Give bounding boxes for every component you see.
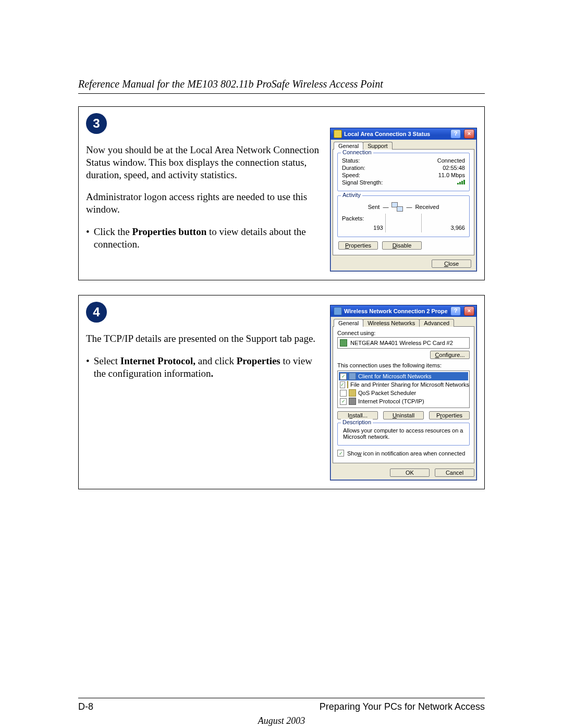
lan-status-titlebar[interactable]: Local Area Connection 3 Status ? × xyxy=(331,128,476,140)
step-3-bullet-pre: Click the xyxy=(94,226,132,237)
window-icon xyxy=(334,307,342,315)
step-4-para-1: The TCP/IP details are presented on the … xyxy=(86,332,321,345)
disable-button[interactable]: DisableDisable xyxy=(382,241,422,250)
step-3-text-col: 3 Now you should be at the Local Area Ne… xyxy=(86,113,321,250)
adapter-icon xyxy=(340,339,347,347)
item-2-label: File and Printer Sharing for Microsoft N… xyxy=(350,381,469,388)
packets-sent-value: 193 xyxy=(342,225,383,231)
list-item-client[interactable]: ✓ Client for Microsoft Networks xyxy=(339,372,468,380)
activity-sent-label: Sent xyxy=(368,204,380,210)
connect-using-label: Connect using: xyxy=(337,330,470,336)
signal-label: Signal Strength: xyxy=(342,179,383,186)
list-item-qos[interactable]: QoS Packet Scheduler xyxy=(339,389,468,397)
description-group: Description Allows your computer to acce… xyxy=(337,423,470,446)
footer-section: Preparing Your PCs for Network Access xyxy=(320,701,485,712)
header-rule xyxy=(78,93,485,94)
checkbox-icon[interactable]: ✓ xyxy=(340,373,347,380)
bullet-dot-icon: • xyxy=(86,226,90,251)
step-4-bullet-pre: Select xyxy=(94,355,120,366)
group-activity: Activity Sent — — Received Packets: xyxy=(337,195,470,237)
list-item-tcpip[interactable]: ✓ Internet Protocol (TCP/IP) xyxy=(339,397,468,405)
window-help-button[interactable]: ? xyxy=(450,129,461,139)
step-3-box: 3 Now you should be at the Local Area Ne… xyxy=(78,106,485,280)
configure-button[interactable]: Configure...Configure... xyxy=(430,351,470,359)
step-4-bullet-period: . xyxy=(211,368,213,379)
component-icon xyxy=(347,381,348,388)
checkbox-icon[interactable]: ✓ xyxy=(340,398,347,405)
lan-status-panel: Connection Status:Connected Duration:02:… xyxy=(333,149,474,255)
checkbox-icon[interactable]: ✓ xyxy=(340,381,345,388)
cancel-button[interactable]: Cancel xyxy=(435,468,474,477)
wlan-properties-tabs: General Wireless Networks Advanced xyxy=(333,319,474,327)
tab-general[interactable]: General xyxy=(334,319,363,327)
footer-rule xyxy=(78,698,485,698)
properties-button[interactable]: PPropertiesroperties xyxy=(338,241,378,250)
install-button[interactable]: Install...Install... xyxy=(337,411,378,419)
wlan-properties-titlebar[interactable]: Wireless Network Connection 2 Properties… xyxy=(331,305,476,317)
duration-label: Duration: xyxy=(342,165,365,171)
step-3-bullet: • Click the Properties button to view de… xyxy=(86,226,321,251)
footer-row: D-8 Preparing Your PCs for Network Acces… xyxy=(78,701,485,712)
step-3-badge: 3 xyxy=(86,113,107,134)
step-3-bullet-bold: Properties button xyxy=(132,226,207,237)
description-title: Description xyxy=(341,419,373,425)
step-4-bullet-mid: and click xyxy=(195,355,237,366)
component-properties-button[interactable]: PropertiesProperties xyxy=(429,411,470,419)
window-help-button[interactable]: ? xyxy=(450,306,461,316)
uninstall-button[interactable]: UninstallUninstall xyxy=(383,411,424,419)
lan-status-title: Local Area Connection 3 Status xyxy=(344,131,447,137)
running-head: Reference Manual for the ME103 802.11b P… xyxy=(78,78,485,90)
item-4-label: Internet Protocol (TCP/IP) xyxy=(358,398,424,404)
duration-value: 02:55:48 xyxy=(443,165,465,171)
activity-computers-icon xyxy=(391,202,403,212)
ok-button[interactable]: OK xyxy=(390,468,430,477)
description-text: Allows your computer to access resources… xyxy=(342,426,465,441)
checkbox-icon[interactable]: ✓ xyxy=(337,450,344,456)
tab-wireless-networks[interactable]: Wireless Networks xyxy=(363,319,420,327)
step-3-para-1: Now you should be at the Local Area Netw… xyxy=(86,144,321,181)
speed-label: Speed: xyxy=(342,172,360,178)
step-4-box: 4 The TCP/IP details are presented on th… xyxy=(78,295,485,489)
wlan-properties-title: Wireless Network Connection 2 Properties xyxy=(344,308,447,314)
wlan-properties-panel: Connect using: NETGEAR MA401 Wireless PC… xyxy=(333,326,474,463)
step-4-badge: 4 xyxy=(86,302,107,323)
step-4-bullet: • Select Internet Protocol, and click Pr… xyxy=(86,355,321,380)
signal-bars-icon xyxy=(457,179,465,184)
status-value: Connected xyxy=(437,157,465,164)
bullet-dot-icon: • xyxy=(86,355,90,380)
footer-date: August 2003 xyxy=(78,715,485,726)
adapter-field: NETGEAR MA401 Wireless PC Card #2 xyxy=(337,337,470,349)
checkbox-icon[interactable] xyxy=(340,390,347,397)
step-4-text-col: 4 The TCP/IP details are presented on th… xyxy=(86,302,321,379)
packets-label: Packets: xyxy=(342,215,383,221)
group-connection-title: Connection xyxy=(341,149,373,155)
tab-general[interactable]: General xyxy=(334,142,363,150)
component-icon xyxy=(349,389,356,397)
step-4-bullet-bold-2: Properties xyxy=(237,355,280,366)
items-label: This connection uses the following items… xyxy=(337,362,470,368)
close-button[interactable]: CloseClose xyxy=(432,260,471,268)
adapter-name: NETGEAR MA401 Wireless PC Card #2 xyxy=(350,340,453,346)
tab-advanced[interactable]: Advanced xyxy=(419,319,454,327)
component-icon xyxy=(349,398,356,405)
wlan-properties-window: Wireless Network Connection 2 Properties… xyxy=(330,305,477,480)
window-icon xyxy=(334,130,342,138)
item-1-label: Client for Microsoft Networks xyxy=(358,373,432,379)
components-list[interactable]: ✓ Client for Microsoft Networks ✓ File a… xyxy=(337,371,470,408)
activity-received-label: Received xyxy=(415,204,439,210)
step-4-bullet-bold-1: Internet Protocol, xyxy=(120,355,195,366)
speed-value: 11.0 Mbps xyxy=(438,172,465,178)
group-connection: Connection Status:Connected Duration:02:… xyxy=(337,153,470,191)
window-close-button[interactable]: × xyxy=(464,306,474,316)
window-close-button[interactable]: × xyxy=(464,129,474,139)
status-label: Status: xyxy=(342,157,360,164)
page: Reference Manual for the ME103 802.11b P… xyxy=(0,0,563,728)
list-item-fileprint[interactable]: ✓ File and Printer Sharing for Microsoft… xyxy=(339,380,468,389)
step-3-para-2: Administrator logon access rights are ne… xyxy=(86,191,321,216)
group-activity-title: Activity xyxy=(341,192,362,198)
tab-support[interactable]: Support xyxy=(363,142,393,150)
packets-recv-value: 3,966 xyxy=(424,225,465,231)
footer-page-number: D-8 xyxy=(78,701,93,712)
show-icon-checkbox-row[interactable]: ✓ Show icon in notification area when co… xyxy=(337,450,470,456)
lan-status-window: Local Area Connection 3 Status ? × Gener… xyxy=(330,128,477,272)
